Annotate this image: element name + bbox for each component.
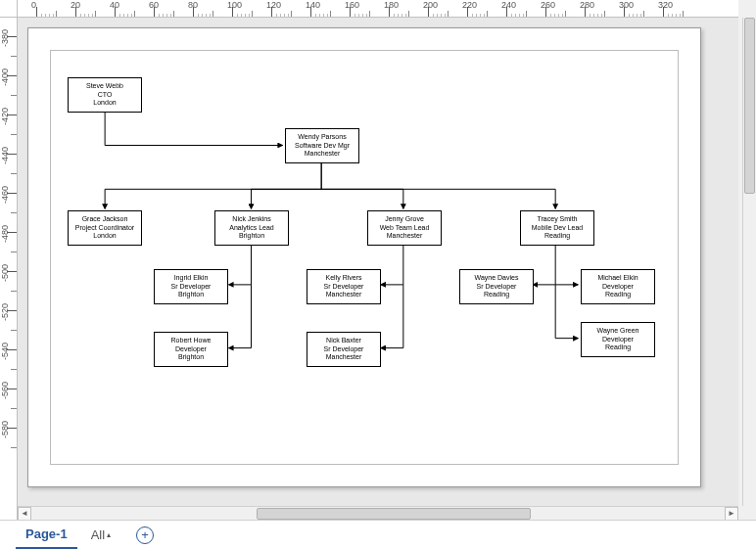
node-role: Developer bbox=[602, 283, 634, 291]
node-loc: Manchester bbox=[305, 150, 341, 158]
drawing-page[interactable]: Steve Webb CTO London Wendy Parsons Soft… bbox=[27, 27, 701, 487]
node-name: Grace Jackson bbox=[82, 215, 128, 223]
node-role: Analytics Lead bbox=[229, 224, 274, 232]
ruler-corner bbox=[0, 0, 18, 18]
org-node-mobile-dev-lead[interactable]: Tracey Smith Mobile Dev Lead Reading bbox=[520, 210, 594, 246]
horizontal-scrollbar-track[interactable] bbox=[31, 507, 725, 521]
node-name: Jenny Grove bbox=[385, 215, 424, 223]
org-node-mdl-c[interactable]: Wayne Green Developer Reading bbox=[581, 322, 655, 357]
node-loc: London bbox=[93, 99, 116, 107]
ruler-vertical: -380-400-420-440-460-480-500-520-540-560… bbox=[0, 18, 18, 520]
node-role: Web Team Lead bbox=[380, 224, 430, 232]
node-name: Wayne Davies bbox=[475, 274, 519, 282]
org-node-mgr[interactable]: Wendy Parsons Software Dev Mgr Mancheste… bbox=[285, 128, 359, 163]
node-name: Wayne Green bbox=[597, 327, 639, 335]
tab-all[interactable]: All ▴ bbox=[77, 521, 124, 549]
horizontal-scrollbar-thumb[interactable] bbox=[257, 508, 531, 520]
org-node-pc[interactable]: Grace Jackson Project Coordinator London bbox=[68, 210, 142, 246]
node-loc: Manchester bbox=[326, 291, 362, 298]
node-loc: London bbox=[93, 232, 116, 240]
node-loc: Reading bbox=[484, 291, 509, 298]
add-page-button[interactable]: + bbox=[136, 526, 154, 544]
page-tab-bar: Page-1 All ▴ + bbox=[0, 520, 756, 549]
chevron-right-icon: ► bbox=[728, 509, 735, 518]
ruler-horizontal: 0204060801001201401601802002202402602803… bbox=[18, 0, 738, 18]
org-node-cto[interactable]: Steve Webb CTO London bbox=[68, 77, 142, 113]
node-role: Developer bbox=[602, 336, 634, 343]
node-loc: Brighton bbox=[178, 291, 204, 298]
org-node-mdl-a[interactable]: Wayne Davies Sr Developer Reading bbox=[459, 269, 534, 304]
node-role: Sr Developer bbox=[324, 345, 364, 353]
tab-label: All bbox=[91, 527, 105, 542]
node-loc: Brighton bbox=[239, 232, 264, 240]
org-node-analytics-lead[interactable]: Nick Jenkins Analytics Lead Brighton bbox=[214, 210, 289, 246]
node-name: Wendy Parsons bbox=[298, 133, 346, 141]
node-role: Sr Developer bbox=[477, 283, 517, 291]
node-loc: Reading bbox=[544, 232, 570, 240]
horizontal-scrollbar[interactable]: ◄ ► bbox=[18, 506, 738, 520]
scroll-right-button[interactable]: ► bbox=[725, 507, 738, 521]
org-node-al-b[interactable]: Robert Howe Developer Brighton bbox=[154, 332, 228, 367]
canvas-area[interactable]: Steve Webb CTO London Wendy Parsons Soft… bbox=[18, 18, 738, 520]
chevron-up-icon: ▴ bbox=[107, 530, 111, 539]
node-loc: Brighton bbox=[178, 353, 204, 361]
node-name: Steve Webb bbox=[86, 82, 123, 90]
plus-icon: + bbox=[141, 528, 149, 541]
node-loc: Manchester bbox=[326, 353, 362, 361]
org-node-web-team-lead[interactable]: Jenny Grove Web Team Lead Manchester bbox=[367, 210, 442, 246]
node-name: Michael Elkin bbox=[597, 274, 638, 282]
node-role: Project Coordinator bbox=[75, 224, 134, 232]
org-node-al-a[interactable]: Ingrid Elkin Sr Developer Brighton bbox=[154, 269, 228, 304]
chevron-left-icon: ◄ bbox=[21, 509, 28, 518]
node-loc: Reading bbox=[605, 343, 631, 351]
node-name: Tracey Smith bbox=[538, 215, 578, 223]
node-role: Sr Developer bbox=[171, 283, 212, 291]
node-role: Software Dev Mgr bbox=[295, 142, 350, 150]
org-node-wtl-b[interactable]: Nick Baxter Sr Developer Manchester bbox=[307, 332, 381, 367]
node-name: Nick Baxter bbox=[326, 337, 361, 344]
vertical-scrollbar-thumb[interactable] bbox=[744, 18, 755, 194]
tab-label: Page-1 bbox=[25, 526, 68, 541]
vertical-scrollbar[interactable] bbox=[742, 18, 756, 506]
node-role: Developer bbox=[175, 345, 207, 353]
page-margin-guide bbox=[50, 50, 679, 465]
node-name: Ingrid Elkin bbox=[174, 274, 209, 282]
node-name: Robert Howe bbox=[171, 337, 212, 344]
node-role: Sr Developer bbox=[324, 283, 364, 291]
node-role: CTO bbox=[98, 91, 113, 99]
org-node-wtl-a[interactable]: Kelly Rivers Sr Developer Manchester bbox=[307, 269, 381, 304]
org-node-mdl-b[interactable]: Michael Elkin Developer Reading bbox=[581, 269, 655, 304]
scroll-left-button[interactable]: ◄ bbox=[18, 507, 31, 521]
node-loc: Reading bbox=[605, 291, 631, 298]
tab-page-1[interactable]: Page-1 bbox=[16, 521, 77, 549]
node-name: Kelly Rivers bbox=[326, 274, 362, 282]
node-loc: Manchester bbox=[387, 232, 423, 240]
node-role: Mobile Dev Lead bbox=[532, 224, 584, 232]
node-name: Nick Jenkins bbox=[232, 215, 270, 223]
